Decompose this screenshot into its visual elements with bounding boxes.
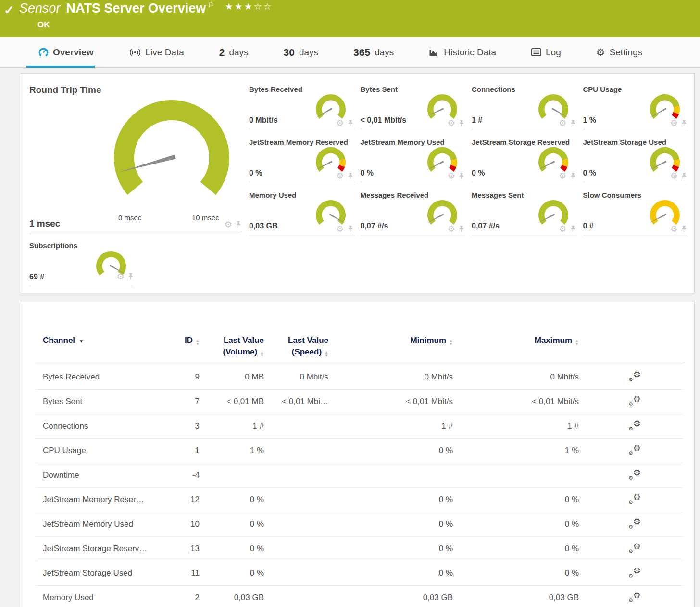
gear-icon[interactable]: ⚙ <box>670 226 678 232</box>
cell-last-value-speed <box>264 586 328 607</box>
cell-id: 10 <box>177 512 200 537</box>
channel-settings-icon[interactable]: ⚙⚙ <box>628 420 641 430</box>
cell-last-value-volume: 0 % <box>200 512 264 537</box>
table-row: Memory Used20,03 GB0,03 GB0,03 GB⚙⚙ <box>35 586 683 607</box>
pin-icon[interactable] <box>681 119 687 126</box>
pin-icon[interactable] <box>128 273 133 280</box>
cell-minimum: 1 # <box>328 414 453 439</box>
channel-settings-icon[interactable]: ⚙⚙ <box>628 395 641 406</box>
channel-settings-icon[interactable]: ⚙⚙ <box>628 371 641 381</box>
gear-icon[interactable]: ⚙ <box>670 120 678 126</box>
gear-icon[interactable]: ⚙ <box>448 173 455 179</box>
cell-actions: ⚙⚙ <box>579 463 683 488</box>
tab-days30[interactable]: 30days <box>284 37 319 67</box>
gauge-scale-min: 0 msec <box>118 214 141 222</box>
gear-icon[interactable]: ⚙ <box>117 273 125 280</box>
gear-icon[interactable]: ⚙ <box>448 120 455 126</box>
cell-last-value-speed <box>264 414 328 439</box>
tab-label: Overview <box>53 47 94 58</box>
tab-historic-data[interactable]: Historic Data <box>429 37 496 67</box>
column-header-maximum[interactable]: Maximum▲▼ <box>453 331 579 365</box>
channel-settings-icon[interactable]: ⚙⚙ <box>628 543 641 553</box>
gear-icon[interactable]: ⚙ <box>225 221 232 228</box>
gauge-tile-value: 0 % <box>583 169 597 177</box>
pin-icon[interactable] <box>459 172 464 179</box>
cell-minimum: 0 % <box>328 488 453 512</box>
gear-icon[interactable]: ⚙ <box>448 226 455 232</box>
channel-settings-icon[interactable]: ⚙⚙ <box>628 592 641 602</box>
channel-settings-icon[interactable]: ⚙⚙ <box>628 518 641 529</box>
round-trip-time-card: Round Trip Time 0 msec 10 msec 1 msec ⚙ <box>29 85 241 234</box>
cell-minimum <box>328 463 453 488</box>
cell-minimum: 0 % <box>328 537 453 561</box>
star-rating[interactable]: ★★★☆☆ <box>225 1 273 12</box>
pin-icon[interactable] <box>236 221 241 228</box>
cell-last-value-volume: 0,03 GB <box>200 586 264 607</box>
column-header-last-value-speed-[interactable]: Last Value(Speed)▲▼ <box>264 331 328 365</box>
tab-days365[interactable]: 365days <box>353 37 394 67</box>
gauge-icon <box>38 47 49 57</box>
cell-last-value-volume: 0 % <box>200 488 264 512</box>
tab-settings[interactable]: ⚙Settings <box>596 37 642 67</box>
column-header-last-value-volume-[interactable]: Last Value(Volume)▲▼ <box>200 331 264 365</box>
cell-actions: ⚙⚙ <box>579 586 683 607</box>
gear-icon[interactable]: ⚙ <box>336 120 344 126</box>
tab-days2[interactable]: 2days <box>219 37 249 67</box>
pin-icon[interactable] <box>348 225 353 232</box>
pin-icon[interactable] <box>681 225 687 232</box>
channel-settings-icon[interactable]: ⚙⚙ <box>628 469 641 480</box>
tab-number: 30 <box>284 47 295 58</box>
cell-last-value-speed: 0 Mbit/s <box>264 365 328 390</box>
gear-icon[interactable]: ⚙ <box>336 226 344 232</box>
tab-live-data[interactable]: Live Data <box>129 37 184 67</box>
gauge-tile-value: 0,07 #/s <box>472 222 500 230</box>
column-header-id[interactable]: ID▲▼ <box>177 331 200 365</box>
cell-last-value-volume: 0 % <box>200 561 264 586</box>
gear-icon[interactable]: ⚙ <box>559 173 566 179</box>
channel-table: Channel▼ID▲▼Last Value(Volume)▲▼Last Val… <box>35 331 683 607</box>
channel-settings-icon[interactable]: ⚙⚙ <box>628 444 641 455</box>
cell-actions: ⚙⚙ <box>579 561 683 586</box>
flag-icon[interactable]: ⚐ <box>208 0 214 9</box>
tab-label: Settings <box>610 47 643 58</box>
channel-settings-icon[interactable]: ⚙⚙ <box>628 493 641 504</box>
round-trip-value: 1 msec <box>29 218 60 229</box>
card-icons: ⚙ <box>559 172 575 179</box>
pin-icon[interactable] <box>681 172 687 179</box>
pin-icon[interactable] <box>570 225 575 232</box>
column-header-channel[interactable]: Channel▼ <box>35 331 177 365</box>
cell-minimum: 0 Mbit/s <box>328 365 453 390</box>
gear-icon[interactable]: ⚙ <box>670 173 678 179</box>
cell-channel: CPU Usage <box>35 439 177 463</box>
cell-actions: ⚙⚙ <box>579 537 683 561</box>
channel-settings-icon[interactable]: ⚙⚙ <box>628 567 641 578</box>
cell-id: 7 <box>177 390 200 414</box>
gauge-tile: Connections1 #⚙ <box>472 85 577 129</box>
channels-panel: Channel▼ID▲▼Last Value(Volume)▲▼Last Val… <box>20 302 695 607</box>
cell-id: 13 <box>177 537 200 561</box>
cell-maximum: 0,03 GB <box>453 586 579 607</box>
pin-icon[interactable] <box>459 119 464 126</box>
table-row: JetStream Storage Used110 %0 %0 %⚙⚙ <box>35 561 683 586</box>
gear-icon[interactable]: ⚙ <box>559 120 566 126</box>
cell-channel: Connections <box>35 414 177 439</box>
cell-last-value-volume <box>200 463 264 488</box>
gear-icon[interactable]: ⚙ <box>336 173 344 179</box>
gear-icon[interactable]: ⚙ <box>559 226 566 232</box>
cell-id: 12 <box>177 488 200 512</box>
column-header-minimum[interactable]: Minimum▲▼ <box>328 331 453 365</box>
tab-log[interactable]: Log <box>531 37 561 67</box>
pin-icon[interactable] <box>459 225 464 232</box>
gauge-tile-value: 0,07 #/s <box>361 222 388 230</box>
cell-actions: ⚙⚙ <box>579 512 683 537</box>
cell-maximum <box>453 463 579 488</box>
pin-icon[interactable] <box>348 172 353 179</box>
pin-icon[interactable] <box>570 172 575 179</box>
tab-overview[interactable]: Overview <box>38 37 94 67</box>
cell-last-value-speed <box>264 463 328 488</box>
pin-icon[interactable] <box>570 119 575 126</box>
cell-maximum: 0 % <box>453 512 579 537</box>
pin-icon[interactable] <box>348 119 353 126</box>
gauge-tile: JetStream Storage Used0 %⚙ <box>583 138 688 182</box>
card-icons: ⚙ <box>225 221 241 228</box>
